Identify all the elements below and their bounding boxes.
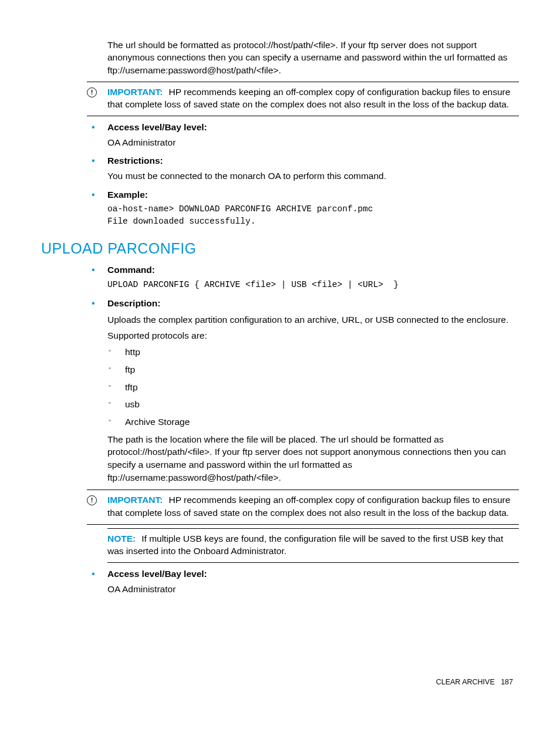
description-label: Description: xyxy=(107,297,519,310)
definition-list-2: Command: UPLOAD PARCONFIG { ARCHIVE <fil… xyxy=(87,264,519,484)
important-icon: ! xyxy=(87,86,107,97)
description-para1: Uploads the complex partition configurat… xyxy=(107,313,519,326)
important-text: HP recommends keeping an off-complex cop… xyxy=(107,87,510,110)
note-callout: NOTE:If multiple USB keys are found, the… xyxy=(107,528,519,563)
description-para3: The path is the location where the file … xyxy=(107,433,519,484)
protocols-list: http ftp tftp usb Archive Storage xyxy=(107,346,519,428)
note-label: NOTE: xyxy=(107,534,136,544)
important-text: HP recommends keeping an off-complex cop… xyxy=(107,495,510,518)
protocol-item: tftp xyxy=(107,381,519,394)
footer-section: CLEAR ARCHIVE xyxy=(436,678,495,686)
intro-paragraph: The url should be formatted as protocol:… xyxy=(107,39,519,77)
footer-page-number: 187 xyxy=(501,678,513,686)
protocol-item: ftp xyxy=(107,363,519,376)
example-code: oa-host-name> DOWNLOAD PARCONFIG ARCHIVE… xyxy=(107,203,519,228)
protocol-item: usb xyxy=(107,398,519,411)
section-heading-upload-parconfig: UPLOAD PARCONFIG xyxy=(41,238,519,259)
important-label: IMPORTANT: xyxy=(107,495,163,505)
command-item: Command: UPLOAD PARCONFIG { ARCHIVE <fil… xyxy=(87,264,519,291)
restrictions-body: You must be connected to the monarch OA … xyxy=(107,170,519,183)
command-label: Command: xyxy=(107,264,519,276)
command-code: UPLOAD PARCONFIG { ARCHIVE <file> | USB … xyxy=(107,279,519,291)
access-level-item-2: Access level/Bay level: OA Administrator xyxy=(87,568,519,595)
note-text: If multiple USB keys are found, the conf… xyxy=(107,534,503,556)
protocol-item: http xyxy=(107,346,519,359)
example-item: Example: oa-host-name> DOWNLOAD PARCONFI… xyxy=(87,188,519,228)
important-callout-1: ! IMPORTANT:HP recommends keeping an off… xyxy=(87,82,519,116)
important-label: IMPORTANT: xyxy=(107,87,163,97)
definition-list-3: Access level/Bay level: OA Administrator xyxy=(87,568,519,595)
restrictions-item: Restrictions: You must be connected to t… xyxy=(87,154,519,182)
access-level-label-2: Access level/Bay level: xyxy=(107,568,519,580)
access-level-item: Access level/Bay level: OA Administrator xyxy=(87,121,519,148)
restrictions-label: Restrictions: xyxy=(107,154,519,167)
access-level-body-2: OA Administrator xyxy=(107,583,519,596)
page-footer: CLEAR ARCHIVE 187 xyxy=(41,677,519,688)
example-label: Example: xyxy=(107,188,519,201)
description-item: Description: Uploads the complex partiti… xyxy=(87,297,519,484)
protocol-item: Archive Storage xyxy=(107,416,519,428)
important-icon: ! xyxy=(87,494,107,505)
definition-list-1: Access level/Bay level: OA Administrator… xyxy=(87,121,519,228)
important-callout-2: ! IMPORTANT:HP recommends keeping an off… xyxy=(87,490,519,524)
access-level-label: Access level/Bay level: xyxy=(107,121,519,134)
description-para2: Supported protocols are: xyxy=(107,329,519,342)
access-level-body: OA Administrator xyxy=(107,136,519,149)
